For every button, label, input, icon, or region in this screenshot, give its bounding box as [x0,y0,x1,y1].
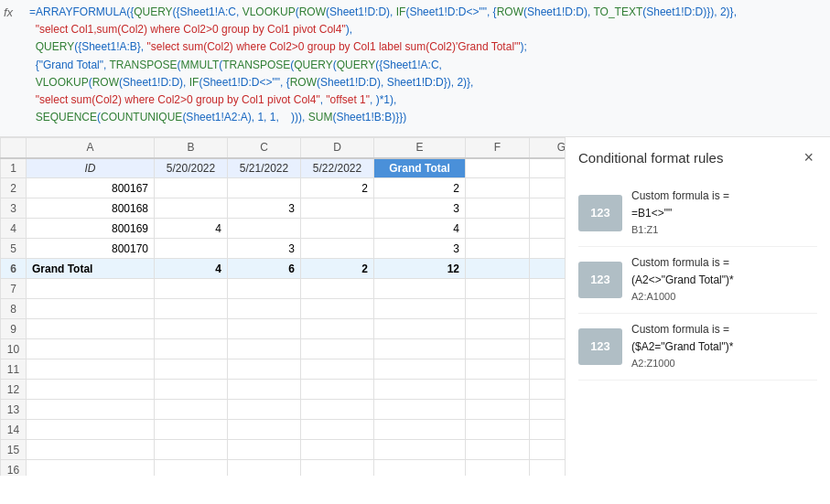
cell-g2 [530,178,566,198]
row-11: 11 [1,359,566,380]
row-num-2: 2 [1,178,27,198]
col-header-f[interactable]: F [466,138,530,158]
row-7: 7 [1,279,566,299]
cell-c4[interactable] [228,219,301,239]
panel-title: Conditional format rules [578,150,723,166]
col-header-d[interactable]: D [301,138,374,158]
cell-a6[interactable]: Grand Total [27,259,155,279]
cell-a2[interactable]: 800167 [27,178,155,198]
cell-d4[interactable] [301,219,374,239]
row-num-3: 3 [1,198,27,219]
rule-preview-2: 123 [578,262,622,298]
cell-e3[interactable]: 3 [374,198,466,219]
row-num-12: 12 [1,380,27,400]
row-15: 15 [1,440,566,460]
rule-formula-3: ($A2="Grand Total")* [631,338,733,356]
cell-b5[interactable] [155,239,228,259]
corner-cell [1,138,27,158]
row-10: 10 [1,339,566,359]
row-9: 9 [1,319,566,339]
cell-e2[interactable]: 2 [374,178,466,198]
cell-d2[interactable]: 2 [301,178,374,198]
cell-c2[interactable] [228,178,301,198]
cell-a4[interactable]: 800169 [27,219,155,239]
cell-a1[interactable]: ID [27,158,155,178]
cell-d3[interactable] [301,198,374,219]
formula-bar: fx =ARRAYFORMULA({QUERY({Sheet1!A:C, VLO… [0,0,830,137]
panel-header: Conditional format rules × [578,148,817,167]
row-num-14: 14 [1,420,27,440]
row-1: 1 ID 5/20/2022 5/21/2022 5/22/2022 Grand… [1,158,566,178]
row-num-7: 7 [1,279,27,299]
rule-card-3[interactable]: 123 Custom formula is = ($A2="Grand Tota… [578,314,817,381]
rule-card-2[interactable]: 123 Custom formula is = (A2<>"Grand Tota… [578,247,817,314]
formula-text[interactable]: =ARRAYFORMULA({QUERY({Sheet1!A:C, VLOOKU… [29,4,823,126]
cell-f5 [466,239,530,259]
cell-a5[interactable]: 800170 [27,239,155,259]
col-header-b[interactable]: B [155,138,228,158]
cell-e6[interactable]: 12 [374,259,466,279]
cell-c1[interactable]: 5/21/2022 [228,158,301,178]
spreadsheet-area: A B C D E F G H I 1 ID 5/20/2022 5/21/2 [0,137,830,476]
row-13: 13 [1,400,566,420]
row-16: 16 [1,460,566,477]
cell-d6[interactable]: 2 [301,259,374,279]
rule-range-3: A2:Z1000 [631,356,733,372]
col-header-a[interactable]: A [27,138,155,158]
cell-f2 [466,178,530,198]
cell-c6[interactable]: 6 [228,259,301,279]
rule-formula-1: =B1<>"" [631,205,729,222]
row-12: 12 [1,380,566,400]
row-num-15: 15 [1,440,27,460]
col-header-c[interactable]: C [228,138,301,158]
rule-range-1: B1:Z1 [631,222,729,239]
row-num-6: 6 [1,259,27,279]
rule-preview-3: 123 [578,328,622,365]
cell-f4 [466,219,530,239]
cell-d1[interactable]: 5/22/2022 [301,158,374,178]
cell-g3 [530,198,566,219]
row-num-8: 8 [1,299,27,319]
cell-f6 [466,259,530,279]
fx-label: fx [4,4,22,19]
cell-d5[interactable] [301,239,374,259]
spreadsheet[interactable]: A B C D E F G H I 1 ID 5/20/2022 5/21/2 [0,137,565,476]
cell-g4 [530,219,566,239]
column-headers: A B C D E F G H I [1,138,566,158]
rule-formula-2: (A2<>"Grand Total")* [631,272,734,289]
cell-b1[interactable]: 5/20/2022 [155,158,228,178]
close-button[interactable]: × [800,148,817,167]
rule-formula-label-1: Custom formula is = [631,188,729,205]
cell-b2[interactable] [155,178,228,198]
row-3: 3 800168 3 3 [1,198,566,219]
cell-e4[interactable]: 4 [374,219,466,239]
grid-table: A B C D E F G H I 1 ID 5/20/2022 5/21/2 [0,137,565,476]
cell-b4[interactable]: 4 [155,219,228,239]
row-num-4: 4 [1,219,27,239]
row-2: 2 800167 2 2 [1,178,566,198]
col-header-g[interactable]: G [530,138,566,158]
side-panel: Conditional format rules × 123 Custom fo… [565,137,830,476]
cell-e1[interactable]: Grand Total [374,158,466,178]
col-header-e[interactable]: E [374,138,466,158]
cell-g1 [530,158,566,178]
rule-card-1[interactable]: 123 Custom formula is = =B1<>"" B1:Z1 [578,180,817,247]
rule-text-3: Custom formula is = ($A2="Grand Total")*… [631,321,733,372]
rule-formula-label-3: Custom formula is = [631,321,733,338]
row-8: 8 [1,299,566,319]
cell-b6[interactable]: 4 [155,259,228,279]
cell-f1 [466,158,530,178]
row-num-11: 11 [1,359,27,380]
rule-formula-label-2: Custom formula is = [631,254,734,272]
cell-e5[interactable]: 3 [374,239,466,259]
cell-c5[interactable]: 3 [228,239,301,259]
row-5: 5 800170 3 3 [1,239,566,259]
row-num-13: 13 [1,400,27,420]
cell-a3[interactable]: 800168 [27,198,155,219]
cell-b3[interactable] [155,198,228,219]
row-14: 14 [1,420,566,440]
grand-total-row: 6 Grand Total 4 6 2 12 [1,259,566,279]
row-num-1: 1 [1,158,27,178]
row-num-10: 10 [1,339,27,359]
cell-c3[interactable]: 3 [228,198,301,219]
